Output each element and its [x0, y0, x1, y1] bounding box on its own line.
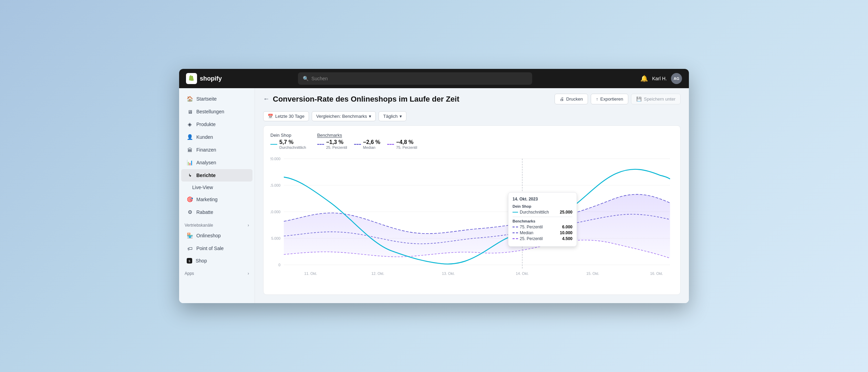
bell-icon[interactable]: 🔔	[640, 75, 648, 82]
tooltip-cyan-line	[513, 212, 518, 213]
tooltip-row-median: Median 10.000	[513, 230, 572, 235]
p25-value: −1,3 %	[326, 139, 347, 145]
svg-text:20.000: 20.000	[270, 157, 280, 161]
sidebar-label-marketing: Marketing	[196, 197, 217, 202]
tooltip-row-durchschnittlich: Durchschnittlich 25.000	[513, 210, 572, 215]
filters-row: 📅 Letzte 30 Tage Vergleichen: Benchmarks…	[255, 110, 689, 125]
search-bar[interactable]: 🔍 Suchen	[298, 72, 532, 85]
live-view-label: Live-View	[192, 185, 213, 190]
dashed-line-median-indicator	[354, 144, 361, 145]
top-navigation: shopify 🔍 Suchen 🔔 Karl H. AG	[179, 69, 689, 88]
svg-text:10.000: 10.000	[270, 210, 280, 214]
chart-tooltip: 14. Okt. 2023 Dein Shop Durchschnittlich…	[508, 192, 577, 247]
p75-tooltip-value: 6.000	[562, 225, 572, 229]
durchschnittlich-label: Durchschnittlich	[279, 145, 306, 149]
sidebar-label-kunden: Kunden	[196, 134, 213, 140]
svg-text:5.000: 5.000	[271, 236, 280, 241]
print-button[interactable]: 🖨 Drucken	[555, 94, 588, 104]
sidebar-item-onlineshop[interactable]: 🏪 Onlineshop	[181, 229, 252, 242]
reports-icon: ↳	[187, 172, 193, 178]
sidebar-item-berichte[interactable]: ↳ Berichte	[181, 169, 252, 182]
tooltip-median-line	[513, 232, 518, 233]
sidebar-item-rabatte[interactable]: ⚙ Rabatte	[181, 206, 252, 218]
legend-dein-shop: Dein Shop 5,7 % Durchschnittlich	[270, 133, 306, 149]
sidebar-item-live-view[interactable]: Live-View	[181, 182, 252, 193]
sidebar-item-analysen[interactable]: 📊 Analysen	[181, 156, 252, 169]
sidebar-item-point-of-sale[interactable]: 🏷 Point of Sale	[181, 242, 252, 255]
sidebar-item-produkte[interactable]: ◈ Produkte	[181, 118, 252, 131]
user-avatar[interactable]: AG	[671, 73, 682, 84]
median-tooltip-value: 10.000	[560, 230, 572, 235]
products-icon: ◈	[187, 121, 193, 127]
shop-icon: s	[187, 258, 192, 264]
legend-dein-shop-title: Dein Shop	[270, 133, 306, 138]
analytics-icon: 📊	[187, 159, 193, 166]
sidebar-label-startseite: Startseite	[196, 96, 217, 102]
median-value: −2,6 %	[363, 139, 380, 145]
p75-label: 75. Perzentil	[396, 145, 417, 149]
compare-button[interactable]: Vergleichen: Benchmarks ▾	[312, 111, 376, 121]
user-name[interactable]: Karl H.	[652, 76, 667, 81]
dashed-line-p75-indicator	[387, 144, 394, 145]
orders-icon: 🖥	[187, 108, 193, 115]
sidebar-item-finanzen[interactable]: 🏛 Finanzen	[181, 144, 252, 156]
print-icon: 🖨	[560, 96, 564, 102]
tooltip-p25-line	[513, 238, 518, 239]
legend-benchmarks: Benchmarks −1,3 % 25. Perzentil	[317, 133, 417, 149]
tooltip-row-p25: 25. Perzentil 4.500	[513, 236, 572, 241]
tooltip-label-durchschnittlich: Durchschnittlich	[513, 210, 549, 215]
apps-label: Apps	[185, 271, 194, 276]
tooltip-dein-shop-title: Dein Shop	[513, 204, 572, 208]
svg-text:15.000: 15.000	[270, 183, 280, 188]
interval-chevron-icon: ▾	[400, 114, 402, 119]
median-tooltip-label: Median	[520, 230, 533, 235]
expand-icon[interactable]: ›	[248, 223, 249, 228]
apps-expand-icon[interactable]: ›	[248, 271, 249, 276]
tooltip-label-p25: 25. Perzentil	[513, 236, 543, 241]
export-icon: ↑	[596, 96, 598, 102]
legend-item-median: −2,6 % Median	[354, 139, 380, 149]
export-button[interactable]: ↑ Exportieren	[591, 94, 628, 104]
chart-area[interactable]: 20.000 15.000 10.000 5.000 0 11. Okt. 12…	[270, 155, 673, 288]
svg-text:15. Okt.: 15. Okt.	[586, 271, 599, 276]
compare-label: Vergleichen: Benchmarks	[316, 114, 367, 119]
sidebar-label-analysen: Analysen	[196, 160, 216, 165]
chevron-down-icon: ▾	[369, 114, 371, 119]
content-header: ← Conversion-Rate des Onlineshops im Lau…	[255, 88, 689, 110]
sidebar-label-onlineshop: Onlineshop	[196, 233, 221, 238]
calendar-icon: 📅	[268, 114, 273, 119]
legend-item-durchschnittlich: 5,7 % Durchschnittlich	[270, 139, 306, 149]
dashed-line-p25-indicator	[317, 144, 324, 145]
header-left: ← Conversion-Rate des Onlineshops im Lau…	[263, 95, 459, 104]
sidebar-item-marketing[interactable]: 🎯 Marketing	[181, 193, 252, 206]
sidebar-section-vertriebskanaele: Vertriebskanäle ›	[179, 219, 255, 229]
pos-icon: 🏷	[187, 245, 193, 251]
durchschnittlich-tooltip-label: Durchschnittlich	[520, 210, 549, 215]
chart-legend: Dein Shop 5,7 % Durchschnittlich	[270, 133, 673, 149]
tooltip-p75-line	[513, 227, 518, 227]
svg-text:13. Okt.: 13. Okt.	[442, 271, 455, 276]
save-button[interactable]: 💾 Speichern unter	[631, 94, 681, 104]
content-area: ← Conversion-Rate des Onlineshops im Lau…	[255, 88, 689, 303]
logo-area[interactable]: shopify	[186, 73, 241, 84]
chart-svg: 20.000 15.000 10.000 5.000 0 11. Okt. 12…	[270, 155, 673, 288]
onlineshop-icon: 🏪	[187, 232, 193, 239]
sidebar-label-produkte: Produkte	[196, 122, 216, 127]
durchschnittlich-tooltip-value: 25.000	[560, 210, 572, 215]
sidebar-item-kunden[interactable]: 👤 Kunden	[181, 131, 252, 143]
date-range-button[interactable]: 📅 Letzte 30 Tage	[263, 111, 309, 121]
tooltip-label-p75: 75. Perzentil	[513, 225, 543, 229]
sidebar-label-rabatte: Rabatte	[196, 209, 213, 215]
sidebar-item-startseite[interactable]: 🏠 Startseite	[181, 93, 252, 105]
sidebar-item-shop[interactable]: s Shop	[181, 255, 252, 267]
svg-text:0: 0	[278, 263, 280, 267]
chart-container: Dein Shop 5,7 % Durchschnittlich	[263, 125, 681, 295]
search-icon: 🔍	[303, 76, 309, 81]
p25-tooltip-value: 4.500	[562, 236, 572, 241]
interval-button[interactable]: Täglich ▾	[379, 111, 406, 121]
tooltip-divider	[513, 217, 572, 217]
sidebar-item-bestellungen[interactable]: 🖥 Bestellungen	[181, 105, 252, 118]
back-button[interactable]: ←	[263, 95, 269, 103]
interval-label: Täglich	[383, 114, 397, 119]
sidebar-label-shop: Shop	[196, 258, 207, 264]
